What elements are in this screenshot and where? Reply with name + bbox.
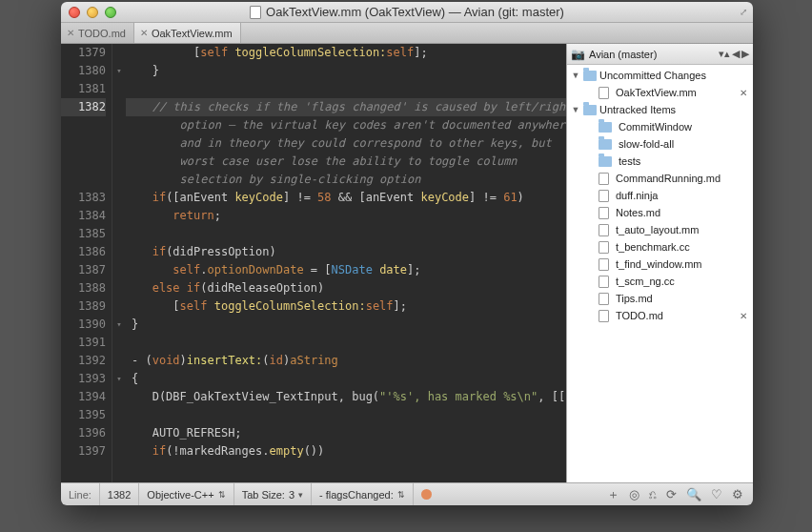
code-line[interactable] [126,225,566,243]
code-line[interactable]: else if(didReleaseOption) [126,279,566,297]
fold-marker[interactable] [112,80,126,98]
fold-marker[interactable] [112,171,126,189]
disclosure-icon[interactable]: ▼ [571,105,580,114]
dropdown-icon[interactable]: ▾▴ [719,48,730,60]
line-number[interactable]: 1395 [61,406,106,424]
file-browser-header[interactable]: 📷 Avian (master) ▾▴ ◀ ▶ [567,44,753,65]
line-number[interactable]: 1382 [100,483,139,505]
editor[interactable]: 1379138013811382138313841385138613871388… [61,44,566,482]
line-number[interactable]: 1382 [61,98,106,116]
tree-item[interactable]: t_scm_ng.cc [567,273,753,290]
line-number[interactable]: 1381 [61,80,106,98]
tree-item[interactable]: t_find_window.mm [567,256,753,273]
fold-marker[interactable] [112,134,126,153]
line-number[interactable]: 1396 [61,424,106,442]
line-number[interactable]: 1384 [61,207,106,225]
titlebar[interactable]: OakTextView.mm (OakTextView) — Avian (gi… [61,2,753,23]
line-number[interactable]: 1380 [61,62,106,80]
code-line[interactable]: worst case user lose the ability to togg… [126,153,566,171]
tree-item[interactable]: slow-fold-all [567,135,753,153]
code-line[interactable]: [self toggleColumnSelection:self]; [126,297,566,316]
close-icon[interactable]: ✕ [140,28,148,38]
code-line[interactable]: // this checks if the 'flags changed' is… [126,98,566,116]
code-area[interactable]: [self toggleColumnSelection:self]; } // … [126,44,566,482]
line-number[interactable]: 1390 [61,316,106,334]
language-selector[interactable]: Objective-C++ ⇅ [139,483,233,505]
code-line[interactable] [126,80,566,98]
scm-status-icon[interactable]: ⎌ [649,487,657,501]
tree-group[interactable]: ▼Uncommitted Changes [567,67,753,84]
file-tree[interactable]: ▼Uncommitted ChangesOakTextView.mm✕▼Untr… [567,65,753,482]
zoom-icon[interactable] [105,7,116,18]
fold-marker[interactable]: ▾ [112,370,126,388]
code-line[interactable]: } [126,316,566,334]
code-line[interactable]: self.optionDownDate = [NSDate date]; [126,261,566,279]
line-number[interactable]: 1387 [61,261,106,279]
fullscreen-icon[interactable]: ⤢ [740,7,747,17]
close-icon[interactable]: ✕ [67,28,74,38]
search-icon[interactable]: 🔍 [686,487,701,501]
tree-item[interactable]: CommandRunning.md [567,170,753,187]
close-icon[interactable] [69,7,80,18]
close-icon[interactable]: ✕ [740,311,747,321]
repo-name[interactable]: Avian (master) [589,49,657,60]
fold-marker[interactable] [112,207,126,225]
tree-item[interactable]: duff.ninja [567,187,753,204]
fold-marker[interactable] [112,388,126,406]
fold-marker[interactable]: ▾ [112,62,126,80]
line-number[interactable]: 1385 [61,225,106,243]
line-gutter[interactable]: 1379138013811382138313841385138613871388… [61,44,112,482]
line-number[interactable]: 1392 [61,352,106,370]
line-number[interactable]: 1379 [61,44,106,62]
close-icon[interactable]: ✕ [740,88,747,98]
line-number[interactable]: 1394 [61,388,106,406]
tab[interactable]: ✕TODO.md [61,23,134,43]
tree-item[interactable]: tests [567,153,753,170]
fold-marker[interactable] [112,44,126,62]
tree-item[interactable]: t_benchmark.cc [567,238,753,256]
line-number[interactable]: 1397 [61,442,106,460]
back-icon[interactable]: ◀ [732,48,740,60]
fold-marker[interactable] [112,279,126,297]
fold-gutter[interactable]: ▾▾▾ [112,44,126,482]
code-line[interactable]: option — the virtual key codes aren't do… [126,116,566,134]
record-macro[interactable] [414,483,439,505]
add-icon[interactable]: ＋ [607,486,619,503]
forward-icon[interactable]: ▶ [741,48,749,60]
disclosure-icon[interactable]: ▼ [571,71,580,80]
line-number[interactable]: 1383 [61,189,106,207]
fold-marker[interactable] [112,406,126,424]
tree-item[interactable]: Tips.md [567,290,753,307]
code-line[interactable]: if(!markedRanges.empty()) [126,442,566,460]
fold-marker[interactable] [112,352,126,370]
code-line[interactable]: - (void)insertText:(id)aString [126,352,566,370]
gear-icon[interactable]: ⚙ [732,487,743,501]
code-line[interactable]: if([anEvent keyCode] != 58 && [anEvent k… [126,189,566,207]
code-line[interactable] [126,406,566,424]
reveal-icon[interactable]: ◎ [629,487,639,501]
tree-item[interactable]: t_auto_layout.mm [567,221,753,238]
line-number[interactable] [61,134,106,153]
fold-marker[interactable] [112,153,126,171]
code-line[interactable]: D(DBF_OakTextView_TextInput, bug("'%s', … [126,388,566,406]
code-line[interactable] [126,334,566,352]
fold-marker[interactable]: ▾ [112,316,126,334]
code-line[interactable]: AUTO_REFRESH; [126,424,566,442]
tree-item[interactable]: TODO.md✕ [567,307,753,324]
line-number[interactable]: 1389 [61,297,106,316]
fold-marker[interactable] [112,297,126,316]
fold-marker[interactable] [112,225,126,243]
tree-group[interactable]: ▼Untracked Items [567,101,753,118]
code-line[interactable]: } [126,62,566,80]
line-number[interactable] [61,116,106,134]
minimize-icon[interactable] [87,7,98,18]
line-number[interactable] [61,171,106,189]
code-line[interactable]: return; [126,207,566,225]
tree-item[interactable]: OakTextView.mm✕ [567,84,753,101]
fold-marker[interactable] [112,189,126,207]
fold-marker[interactable] [112,334,126,352]
tree-item[interactable]: Notes.md [567,204,753,221]
fold-marker[interactable] [112,261,126,279]
code-line[interactable]: and in theory they could correspond to o… [126,134,566,153]
line-number[interactable]: 1388 [61,279,106,297]
